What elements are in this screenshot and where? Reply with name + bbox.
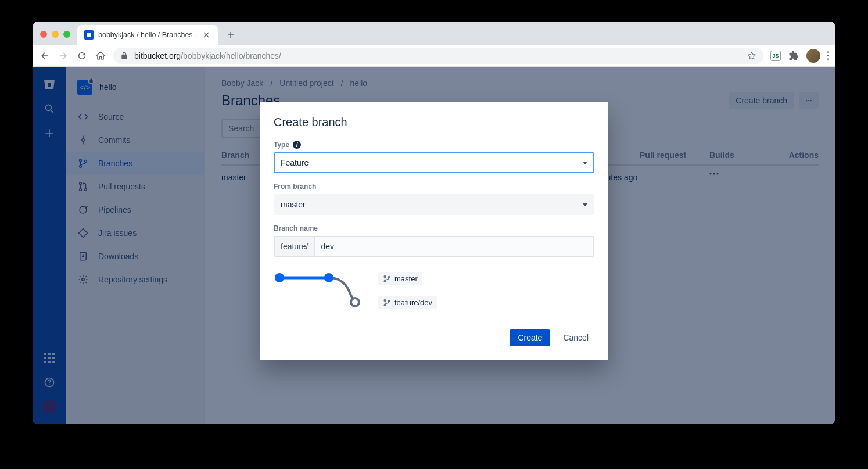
browser-tab[interactable]: bobbykjack / hello / Branches - (77, 25, 218, 45)
source-branch-chip: master (378, 272, 422, 285)
close-tab-button[interactable] (202, 30, 211, 40)
minimize-window-button[interactable] (52, 31, 59, 38)
create-button[interactable]: Create (510, 329, 550, 346)
create-branch-modal: Create branch Type i Feature From branch… (260, 102, 608, 360)
branch-visualization: master feature/dev (274, 271, 594, 312)
svg-point-32 (384, 275, 386, 277)
from-branch-select[interactable]: master (274, 194, 594, 215)
profile-avatar[interactable] (806, 49, 820, 63)
type-select[interactable]: Feature (274, 152, 594, 173)
close-window-button[interactable] (40, 31, 47, 38)
type-label-text: Type (274, 141, 289, 149)
tab-title: bobbykjack / hello / Branches - (98, 31, 197, 39)
forward-button[interactable] (58, 50, 69, 62)
from-branch-label: From branch (274, 182, 594, 191)
svg-point-31 (351, 298, 359, 306)
chevron-down-icon (583, 203, 587, 206)
target-branch-chip: feature/dev (378, 296, 437, 309)
bookmark-star-icon[interactable] (747, 51, 756, 60)
svg-point-36 (384, 304, 386, 306)
from-branch-value: master (281, 200, 306, 209)
target-branch-name: feature/dev (394, 298, 432, 307)
source-branch-name: master (394, 274, 418, 283)
svg-point-29 (275, 273, 284, 282)
chevron-down-icon (583, 162, 587, 164)
branch-name-label: Branch name (274, 224, 594, 232)
address-bar[interactable]: bitbucket.org/bobbykjack/hello/branches/ (113, 48, 763, 64)
lock-icon (120, 52, 128, 60)
svg-point-37 (388, 300, 390, 302)
type-label: Type i (274, 141, 594, 149)
bitbucket-app: </> hello Source Commits Branches Pull r… (33, 67, 835, 424)
browser-tab-bar: bobbykjack / hello / Branches - (33, 22, 835, 45)
branch-icon (383, 275, 391, 283)
browser-window: bobbykjack / hello / Branches - bitbucke… (33, 22, 835, 424)
maximize-window-button[interactable] (63, 31, 70, 38)
extensions-area: JS (770, 49, 829, 63)
modal-title: Create branch (274, 116, 594, 129)
window-controls (40, 31, 77, 45)
browser-toolbar: bitbucket.org/bobbykjack/hello/branches/… (33, 45, 835, 67)
branch-icon (383, 299, 391, 307)
svg-point-35 (384, 299, 386, 301)
url-text: bitbucket.org/bobbykjack/hello/branches/ (134, 51, 281, 60)
url-path: /bobbykjack/hello/branches/ (181, 51, 281, 60)
branch-graph-icon (274, 271, 361, 312)
svg-point-30 (324, 273, 333, 282)
home-button[interactable] (95, 50, 106, 62)
branch-name-input-group: feature/ (274, 236, 594, 257)
info-icon[interactable]: i (293, 141, 301, 149)
svg-point-34 (388, 276, 390, 278)
branch-name-input[interactable] (314, 236, 594, 257)
reload-button[interactable] (76, 50, 88, 62)
type-value: Feature (281, 158, 309, 167)
browser-menu-button[interactable] (827, 51, 829, 60)
new-tab-button[interactable] (223, 27, 239, 43)
bitbucket-favicon-icon (84, 30, 94, 40)
modal-overlay[interactable]: Create branch Type i Feature From branch… (33, 67, 835, 424)
modal-actions: Create Cancel (274, 329, 594, 346)
url-host: bitbucket.org (134, 51, 181, 60)
cancel-button[interactable]: Cancel (557, 329, 594, 346)
extensions-button[interactable] (788, 50, 799, 62)
branch-name-prefix: feature/ (274, 236, 314, 257)
js-extension-icon[interactable]: JS (770, 51, 781, 61)
svg-point-33 (384, 280, 386, 282)
back-button[interactable] (39, 50, 51, 62)
